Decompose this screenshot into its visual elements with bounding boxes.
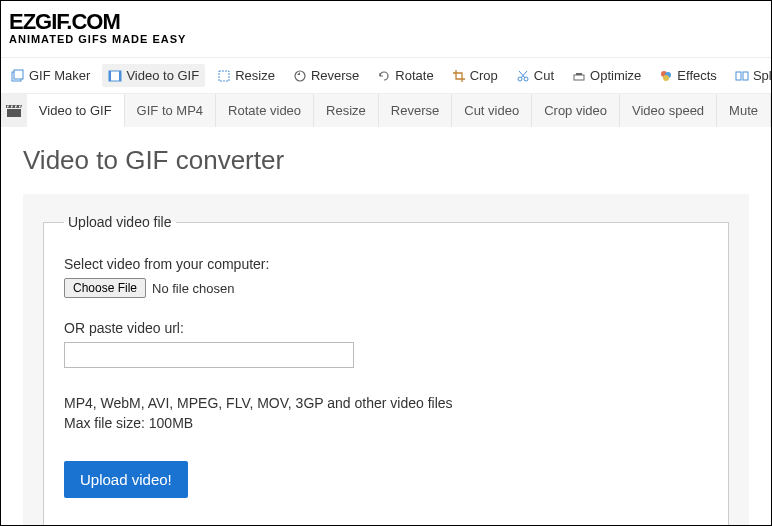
nav-cut[interactable]: Cut: [510, 64, 560, 87]
reverse-icon: [293, 69, 307, 83]
svg-rect-5: [219, 71, 229, 81]
nav-label: GIF Maker: [29, 68, 90, 83]
primary-nav: GIF Maker Video to GIF Resize Reverse Ro…: [1, 57, 771, 94]
supported-formats-text: MP4, WebM, AVI, MPEG, FLV, MOV, 3GP and …: [64, 394, 708, 414]
film-icon: [108, 69, 122, 83]
nav-effects[interactable]: Effects: [653, 64, 723, 87]
cut-icon: [516, 69, 530, 83]
crop-icon: [452, 69, 466, 83]
tab-label: Crop video: [544, 103, 607, 118]
video-url-input[interactable]: [64, 342, 354, 368]
effects-icon: [659, 69, 673, 83]
tab-label: Mute: [729, 103, 758, 118]
upload-video-button[interactable]: Upload video!: [64, 461, 188, 498]
tab-label: Resize: [326, 103, 366, 118]
select-file-label: Select video from your computer:: [64, 256, 708, 272]
nav-optimize[interactable]: Optimize: [566, 64, 647, 87]
tab-mute[interactable]: Mute: [717, 94, 771, 127]
svg-point-13: [663, 75, 669, 81]
nav-label: Split: [753, 68, 772, 83]
site-logo-tagline: ANIMATED GIFS MADE EASY: [9, 33, 763, 45]
svg-rect-1: [14, 70, 23, 79]
resize-icon: [217, 69, 231, 83]
rotate-icon: [377, 69, 391, 83]
nav-resize[interactable]: Resize: [211, 64, 281, 87]
tab-label: Cut video: [464, 103, 519, 118]
tab-label: Video to GIF: [39, 103, 112, 118]
nav-crop[interactable]: Crop: [446, 64, 504, 87]
nav-label: Effects: [677, 68, 717, 83]
paste-url-label: OR paste video url:: [64, 320, 708, 336]
nav-reverse[interactable]: Reverse: [287, 64, 365, 87]
svg-rect-14: [736, 72, 741, 80]
tab-video-to-gif[interactable]: Video to GIF: [27, 94, 125, 127]
site-header: EZGIF.COM ANIMATED GIFS MADE EASY: [1, 1, 771, 49]
main-content: Video to GIF converter Upload video file…: [1, 127, 771, 526]
svg-rect-15: [743, 72, 748, 80]
tab-cut-video[interactable]: Cut video: [452, 94, 532, 127]
nav-label: Video to GIF: [126, 68, 199, 83]
choose-file-button[interactable]: Choose File: [64, 278, 146, 298]
nav-rotate[interactable]: Rotate: [371, 64, 439, 87]
image-stack-icon: [11, 69, 25, 83]
site-logo-text: EZGIF.COM: [9, 9, 763, 35]
split-icon: [735, 69, 749, 83]
nav-video-to-gif[interactable]: Video to GIF: [102, 64, 205, 87]
nav-label: Reverse: [311, 68, 359, 83]
tab-label: GIF to MP4: [137, 103, 203, 118]
nav-label: Rotate: [395, 68, 433, 83]
nav-label: Cut: [534, 68, 554, 83]
clapperboard-icon: [1, 94, 27, 127]
svg-rect-9: [574, 75, 584, 80]
tab-resize[interactable]: Resize: [314, 94, 379, 127]
nav-label: Resize: [235, 68, 275, 83]
page-title: Video to GIF converter: [23, 145, 749, 176]
tab-label: Video speed: [632, 103, 704, 118]
nav-gif-maker[interactable]: GIF Maker: [5, 64, 96, 87]
tab-rotate-video[interactable]: Rotate video: [216, 94, 314, 127]
tab-video-speed[interactable]: Video speed: [620, 94, 717, 127]
tab-label: Reverse: [391, 103, 439, 118]
upload-legend: Upload video file: [64, 214, 176, 230]
file-chosen-status: No file chosen: [152, 281, 234, 296]
svg-rect-16: [7, 109, 21, 117]
max-filesize-text: Max file size: 100MB: [64, 414, 708, 434]
tab-crop-video[interactable]: Crop video: [532, 94, 620, 127]
secondary-nav: Video to GIF GIF to MP4 Rotate video Res…: [1, 94, 771, 127]
upload-panel: Upload video file Select video from your…: [23, 194, 749, 526]
optimize-icon: [572, 69, 586, 83]
nav-label: Crop: [470, 68, 498, 83]
upload-fieldset: Upload video file Select video from your…: [43, 214, 729, 526]
file-input-row: Choose File No file chosen: [64, 278, 708, 298]
tab-gif-to-mp4[interactable]: GIF to MP4: [125, 94, 216, 127]
svg-rect-4: [119, 71, 121, 81]
tab-label: Rotate video: [228, 103, 301, 118]
svg-rect-10: [576, 73, 582, 75]
tab-reverse[interactable]: Reverse: [379, 94, 452, 127]
nav-label: Optimize: [590, 68, 641, 83]
nav-split[interactable]: Split: [729, 64, 772, 87]
svg-rect-3: [109, 71, 111, 81]
